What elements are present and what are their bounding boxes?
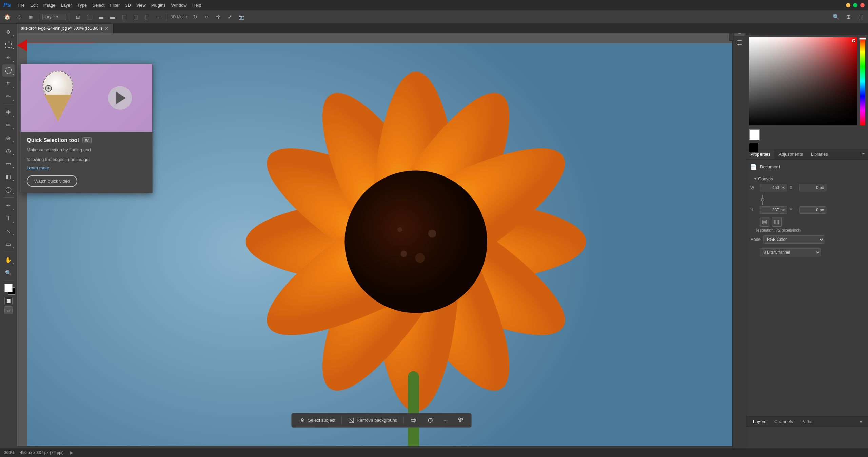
menu-layer[interactable]: Layer [61, 3, 72, 8]
menu-type[interactable]: Type [77, 3, 87, 8]
tab-paths[interactable]: Paths [797, 417, 816, 427]
tool-text[interactable]: T ▾ [2, 212, 15, 224]
menu-plugins[interactable]: Plugins [151, 3, 166, 8]
selection-cursor-icon: + [45, 85, 52, 92]
tool-brush[interactable]: ✏ ▾ [2, 119, 15, 131]
tool-eraser[interactable]: ▭ ▾ [2, 158, 15, 170]
tooltip-popup: + Quick Selection tool W Makes a selecti… [20, 64, 153, 193]
y-input[interactable] [799, 206, 826, 214]
menu-image[interactable]: Image [43, 3, 55, 8]
3d-slide-icon[interactable]: ⤢ [225, 12, 234, 22]
menu-filter[interactable]: Filter [110, 3, 120, 8]
tab-libraries[interactable]: Libraries [807, 149, 832, 159]
align-right-icon[interactable]: ▬ [108, 12, 117, 22]
tool-gradient[interactable]: ◧ ▾ [2, 170, 15, 183]
file-tab[interactable]: aks-profile-gol-24-min.jpg @ 300% (RGB/8… [17, 24, 113, 33]
tool-marquee[interactable]: ▾ [2, 39, 15, 51]
tool-crop[interactable]: ⌗ ▾ [2, 77, 15, 89]
hue-slider[interactable] [860, 37, 865, 125]
fit-canvas-btn[interactable] [760, 217, 769, 227]
3d-rotate-icon[interactable]: ↻ [190, 12, 200, 22]
menu-select[interactable]: Select [92, 3, 104, 8]
tool-eyedropper[interactable]: ✏ ▾ [2, 90, 15, 102]
chat-icon-btn[interactable] [734, 38, 745, 48]
menu-file[interactable]: File [18, 3, 25, 8]
tool-clone[interactable]: ⊕ ▾ [2, 132, 15, 144]
tooltip-learn-more-link[interactable]: Learn more [27, 165, 146, 170]
menu-edit[interactable]: Edit [30, 3, 38, 8]
toolbar-separator-1 [39, 13, 39, 21]
marquee-tool-arrow: ▾ [13, 47, 14, 50]
brush-icon: ✏ [6, 122, 11, 128]
select-subject-btn[interactable]: Select subject [294, 415, 340, 426]
3d-pan-icon[interactable]: ✛ [213, 12, 223, 22]
document-icon: 📄 [750, 164, 757, 170]
tool-zoom[interactable]: 🔍 [2, 267, 15, 279]
tab-channels[interactable]: Channels [770, 417, 797, 427]
tool-quick-select[interactable]: + ▾ [2, 64, 15, 77]
align-center-icon[interactable]: ▬ [96, 12, 106, 22]
menu-window[interactable]: Window [171, 3, 187, 8]
bits-select[interactable]: 8 Bits/Channel [760, 248, 821, 256]
action-more-btn[interactable]: ··· [439, 416, 452, 425]
height-input[interactable] [760, 206, 787, 214]
tool-separator-2 [3, 197, 14, 198]
canvas-section-title[interactable]: ▾ Canvas [750, 173, 864, 184]
background-swatch[interactable] [749, 143, 758, 152]
color-gradient-box[interactable] [749, 37, 857, 125]
fit-artboard-btn[interactable] [772, 217, 782, 227]
foreground-color-swatch[interactable] [4, 284, 13, 292]
tool-path-select[interactable]: ↖ ▾ [2, 225, 15, 237]
arrange-icon[interactable]: ▦ [26, 12, 35, 22]
close-button[interactable] [860, 3, 865, 7]
distribute3-icon[interactable]: ⬚ [142, 12, 152, 22]
3d-camera-icon[interactable]: 📷 [236, 12, 246, 22]
distribute-icon[interactable]: ⬚ [119, 12, 129, 22]
menu-view[interactable]: View [136, 3, 146, 8]
align-left-icon[interactable]: ⬛ [85, 12, 94, 22]
tool-move[interactable]: ✥ ▾ [2, 26, 15, 38]
menu-3d[interactable]: 3D [125, 3, 131, 8]
color-swatch-stack [749, 129, 766, 146]
distribute2-icon[interactable]: ⬚ [131, 12, 140, 22]
layers-panel-menu-btn[interactable]: ≡ [857, 418, 865, 426]
tab-adjustments[interactable]: Adjustments [774, 149, 807, 159]
width-input[interactable] [760, 184, 787, 191]
search-icon[interactable]: 🔍 [831, 12, 841, 22]
tool-hand[interactable]: ✋ ▾ [2, 254, 15, 266]
transform-icon[interactable]: ⊞ [73, 12, 83, 22]
action-refine-btn[interactable] [405, 415, 421, 426]
more-options-icon[interactable]: ··· [154, 12, 163, 22]
remove-background-btn[interactable]: Remove background [343, 415, 402, 426]
tool-shape[interactable]: ▭ ▾ [2, 238, 15, 250]
menu-help[interactable]: Help [192, 3, 201, 8]
tab-layers[interactable]: Layers [749, 417, 770, 427]
arrange-docs-icon[interactable]: ⬚ [856, 12, 865, 22]
tool-pen[interactable]: ✒ ▾ [2, 199, 15, 211]
minimize-button[interactable] [846, 3, 850, 7]
tooltip-watch-btn[interactable]: Watch quick video [27, 175, 77, 187]
tab-close-button[interactable]: ✕ [105, 26, 109, 31]
history-brush-icon: ◷ [6, 148, 11, 154]
workspace-icon[interactable]: ⊞ [844, 12, 853, 22]
foreground-swatch[interactable] [749, 129, 760, 140]
props-panel-menu-btn[interactable]: ≡ [859, 149, 868, 159]
play-video-button[interactable] [108, 86, 132, 110]
action-circle-btn[interactable] [422, 415, 438, 426]
mode-select[interactable]: RGB Color [763, 235, 824, 244]
action-settings-btn[interactable] [453, 415, 469, 426]
tool-healing[interactable]: ✚ ▾ [2, 106, 15, 118]
svg-point-15 [400, 251, 407, 257]
tool-lasso[interactable]: ⌖ ▾ [2, 51, 15, 64]
3d-roll-icon[interactable]: ○ [202, 12, 211, 22]
tool-dodge[interactable]: ◯ ▾ [2, 183, 15, 195]
layer-dropdown[interactable]: Layer ▾ [42, 14, 66, 20]
screen-mode-btn[interactable]: ▭ [4, 306, 13, 314]
scroll-right-arrow: ▶ [70, 450, 73, 455]
move-tool-icon[interactable]: ⊹ [14, 12, 24, 22]
tool-history-brush[interactable]: ◷ ▾ [2, 145, 15, 157]
maximize-button[interactable] [853, 3, 857, 7]
home-button[interactable]: 🏠 [3, 12, 12, 22]
x-input[interactable] [799, 184, 826, 191]
quick-mask-btn[interactable]: ⬜ [4, 297, 13, 305]
